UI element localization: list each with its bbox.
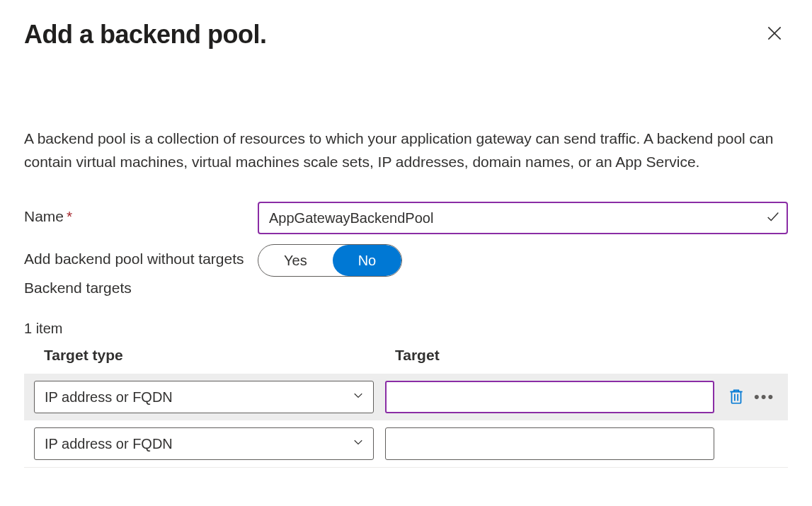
- trash-icon: [727, 397, 745, 408]
- backend-targets-label: Backend targets: [24, 280, 788, 297]
- checkmark-icon: [765, 209, 781, 227]
- without-targets-label: Add backend pool without targets: [24, 244, 258, 270]
- target-row: IP address or FQDN: [24, 420, 788, 467]
- required-asterisk: *: [67, 208, 72, 224]
- svg-rect-2: [732, 391, 741, 403]
- item-count: 1 item: [24, 321, 788, 337]
- name-input[interactable]: [258, 202, 788, 234]
- row-more-button[interactable]: •••: [753, 388, 776, 406]
- column-header-type: Target type: [44, 347, 395, 364]
- description-text: A backend pool is a collection of resour…: [24, 127, 774, 173]
- column-header-target: Target: [395, 347, 788, 364]
- close-icon: [765, 34, 784, 45]
- target-value-input[interactable]: [385, 427, 714, 460]
- name-label: Name*: [24, 202, 258, 227]
- target-type-select[interactable]: IP address or FQDN: [34, 381, 374, 413]
- delete-row-button[interactable]: [726, 386, 747, 409]
- without-targets-toggle[interactable]: Yes No: [258, 244, 402, 277]
- target-type-select[interactable]: IP address or FQDN: [34, 427, 374, 460]
- page-title: Add a backend pool.: [24, 20, 267, 50]
- chevron-down-icon: [352, 389, 365, 406]
- target-row: IP address or FQDN: [24, 374, 788, 420]
- chevron-down-icon: [352, 436, 365, 452]
- target-value-input[interactable]: [385, 381, 714, 413]
- toggle-no-option[interactable]: No: [333, 245, 402, 276]
- close-button[interactable]: [761, 20, 788, 49]
- toggle-yes-option[interactable]: Yes: [258, 245, 333, 276]
- ellipsis-icon: •••: [754, 388, 774, 406]
